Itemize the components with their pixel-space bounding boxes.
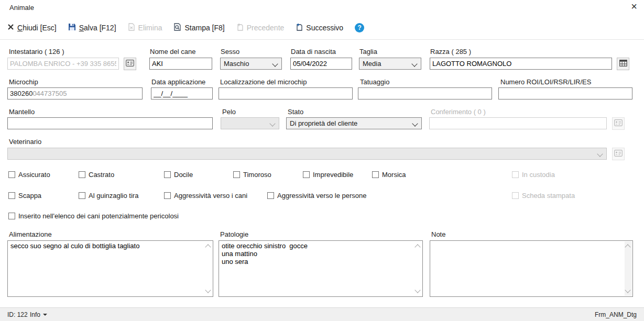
delete-page-icon (128, 23, 135, 32)
mantello-field[interactable] (7, 117, 213, 129)
veterinario-label: Veterinario (9, 138, 41, 146)
stampa-label: Stampa [F8] (184, 24, 224, 32)
razza-field[interactable] (430, 58, 612, 70)
tatuaggio-field[interactable] (358, 87, 492, 99)
checkbox-scappa[interactable]: Scappa (8, 192, 41, 200)
data-nascita-label: Data di nascita (291, 48, 336, 56)
checkbox-label: Inserito nell'elenco dei cani potenzialm… (18, 212, 179, 220)
pelo-label: Pelo (222, 108, 236, 116)
checkbox-label: Castrato (89, 171, 114, 179)
taglia-select[interactable]: Media (359, 58, 421, 70)
checkbox-label: Morsica (382, 171, 406, 179)
checkbox-label: Assicurato (18, 171, 50, 179)
microchip-label: Microchip (9, 78, 38, 86)
intestatario-contact-button[interactable] (124, 58, 136, 70)
checkbox-castrato[interactable]: Castrato (79, 171, 114, 179)
chevron-down-icon (597, 151, 603, 157)
checkbox-box[interactable] (233, 171, 240, 178)
veterinario-contact-button (612, 148, 625, 160)
checkbox-box[interactable] (79, 192, 85, 199)
alimentazione-textarea[interactable]: secco suo segno al culo di bottiglia tag… (7, 240, 213, 297)
conferimento-contact-button (612, 117, 625, 130)
stampa-button[interactable]: Stampa [F8] (173, 23, 224, 32)
checkbox-label: Scappa (18, 192, 41, 200)
help-button[interactable]: ? (355, 23, 364, 32)
checkbox-scheda-stampata: Scheda stampata (512, 192, 575, 200)
razza-lookup-button[interactable] (617, 58, 629, 70)
data-applicazione-field[interactable] (151, 87, 213, 99)
save-floppy-icon (68, 23, 76, 32)
note-label: Note (431, 230, 445, 238)
info-menu[interactable]: Info (30, 311, 47, 318)
sesso-select[interactable]: Maschio (220, 58, 282, 70)
chevron-down-icon (411, 61, 417, 67)
intestatario-label: Intestatario ( 126 ) (9, 48, 64, 56)
salva-button[interactable]: Salva [F12] (68, 23, 116, 32)
checkbox-label: Docile (174, 171, 193, 179)
checkbox-docile[interactable]: Docile (164, 171, 193, 179)
help-icon[interactable]: ? (355, 23, 364, 32)
numero-roi-field[interactable] (498, 87, 632, 99)
checkbox-box (512, 171, 519, 178)
elimina-button: Elimina (128, 23, 162, 32)
successivo-button[interactable]: Successivo (296, 23, 343, 32)
elimina-label: Elimina (138, 24, 162, 32)
veterinario-select (7, 148, 607, 160)
checkbox-box[interactable] (8, 171, 15, 178)
checkbox-label: Scheda stampata (522, 192, 575, 200)
checkbox-box[interactable] (8, 192, 15, 199)
data-nascita-field[interactable] (290, 58, 352, 70)
checkbox-morsica[interactable]: Morsica (372, 171, 406, 179)
record-id: ID: 122 (7, 311, 28, 318)
patologie-label: Patologie (220, 230, 248, 238)
alimentazione-label: Alimentazione (9, 230, 52, 238)
checkbox-box[interactable] (267, 192, 274, 199)
patologie-textarea[interactable]: otite orecchio sinistro gocce una mattin… (219, 240, 423, 297)
microchip-value-prefix: 380260 (10, 90, 32, 97)
checkbox-box[interactable] (372, 171, 379, 178)
microchip-field[interactable]: 380260044737505 (7, 87, 143, 99)
checkbox-in-custodia: In custodia (512, 171, 555, 179)
animale-window: Animale × Chiudi [Esc] Salva [F12] (0, 0, 644, 321)
chiudi-label: Chiudi [Esc] (17, 24, 57, 32)
contact-card-icon (126, 59, 134, 69)
checkbox-box[interactable] (8, 213, 15, 219)
checkbox-aggressivita-cani[interactable]: Aggressività verso i cani (164, 192, 247, 200)
checkbox-box[interactable] (79, 171, 85, 178)
successivo-label: Successivo (306, 24, 343, 32)
checkbox-cani-pericolosi[interactable]: Inserito nell'elenco dei cani potenzialm… (8, 212, 179, 220)
info-label: Info (30, 311, 40, 318)
checkbox-label: Imprevedibile (313, 171, 353, 179)
stato-select[interactable]: Di proprietà del cliente (286, 117, 422, 129)
caret-down-icon (43, 314, 47, 316)
nome-cane-field[interactable] (149, 58, 212, 70)
taglia-value: Media (363, 60, 381, 68)
stato-value: Di proprietà del cliente (290, 119, 357, 127)
note-textarea[interactable] (430, 240, 633, 297)
checkbox-al-guinzaglio-tira[interactable]: Al guinzaglio tira (79, 192, 138, 200)
data-applicazione-label: Data applicazione (151, 78, 205, 86)
form-id: Frm_ANM_Dtg (595, 311, 637, 318)
chiudi-button[interactable]: Chiudi [Esc] (7, 24, 57, 32)
checkbox-label: Aggressività verso le persone (277, 192, 367, 200)
checkbox-box[interactable] (303, 171, 310, 178)
checkbox-aggressivita-persone[interactable]: Aggressività verso le persone (267, 192, 367, 200)
status-bar: ID: 122 Info Frm_ANM_Dtg (0, 307, 644, 321)
toolbar: Chiudi [Esc] Salva [F12] Elimina (7, 20, 364, 35)
tatuaggio-label: Tatuaggio (360, 78, 389, 86)
patologie-area: otite orecchio sinistro gocce una mattin… (219, 240, 423, 297)
contact-card-icon (614, 149, 623, 159)
checkbox-box[interactable] (164, 171, 171, 178)
window-title: Animale (9, 4, 34, 12)
chevron-down-icon (412, 120, 418, 126)
localizzazione-field[interactable] (219, 87, 353, 99)
checkbox-label: Aggressività verso i cani (174, 192, 247, 200)
sesso-value: Maschio (224, 60, 249, 68)
checkbox-assicurato[interactable]: Assicurato (8, 171, 50, 179)
close-icon[interactable]: × (631, 1, 637, 12)
localizzazione-label: Localizzazione del microchip (220, 78, 307, 86)
checkbox-timoroso[interactable]: Timoroso (233, 171, 271, 179)
checkbox-imprevedibile[interactable]: Imprevedibile (303, 171, 353, 179)
close-x-icon (7, 24, 14, 32)
checkbox-box[interactable] (164, 192, 171, 199)
